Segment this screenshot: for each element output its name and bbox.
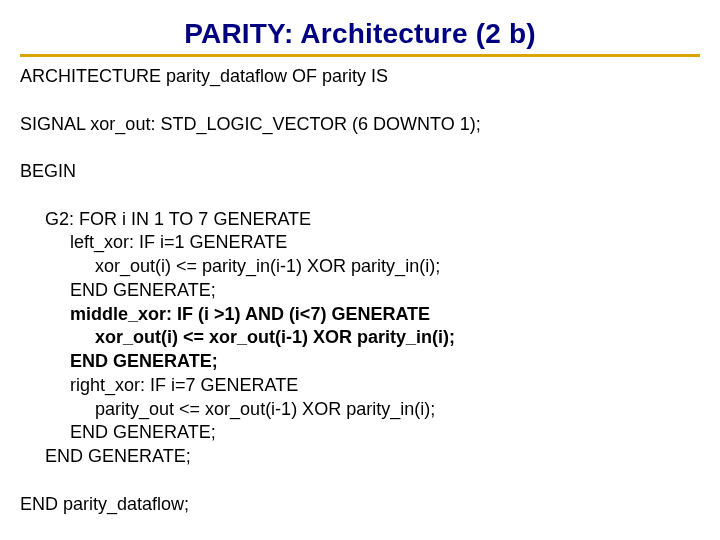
- slide-title: PARITY: Architecture (2 b): [20, 18, 700, 50]
- code-line: right_xor: IF i=7 GENERATE: [20, 375, 298, 395]
- title-underline: [20, 54, 700, 57]
- code-line: parity_out <= xor_out(i-1) XOR parity_in…: [20, 399, 435, 419]
- code-line: ARCHITECTURE parity_dataflow OF parity I…: [20, 66, 388, 86]
- code-line: END parity_dataflow;: [20, 494, 189, 514]
- code-line-bold: xor_out(i) <= xor_out(i-1) XOR parity_in…: [20, 327, 455, 347]
- code-line: END GENERATE;: [20, 446, 191, 466]
- code-body: ARCHITECTURE parity_dataflow OF parity I…: [20, 65, 700, 516]
- code-line-bold: middle_xor: IF (i >1) AND (i<7) GENERATE: [20, 304, 430, 324]
- code-line: END GENERATE;: [20, 280, 216, 300]
- code-line: left_xor: IF i=1 GENERATE: [20, 232, 287, 252]
- code-line: BEGIN: [20, 161, 76, 181]
- code-line: G2: FOR i IN 1 TO 7 GENERATE: [20, 209, 311, 229]
- code-line: xor_out(i) <= parity_in(i-1) XOR parity_…: [20, 256, 440, 276]
- slide: PARITY: Architecture (2 b) ARCHITECTURE …: [0, 0, 720, 540]
- code-line: END GENERATE;: [20, 422, 216, 442]
- code-line-bold: END GENERATE;: [20, 351, 218, 371]
- code-line: SIGNAL xor_out: STD_LOGIC_VECTOR (6 DOWN…: [20, 114, 481, 134]
